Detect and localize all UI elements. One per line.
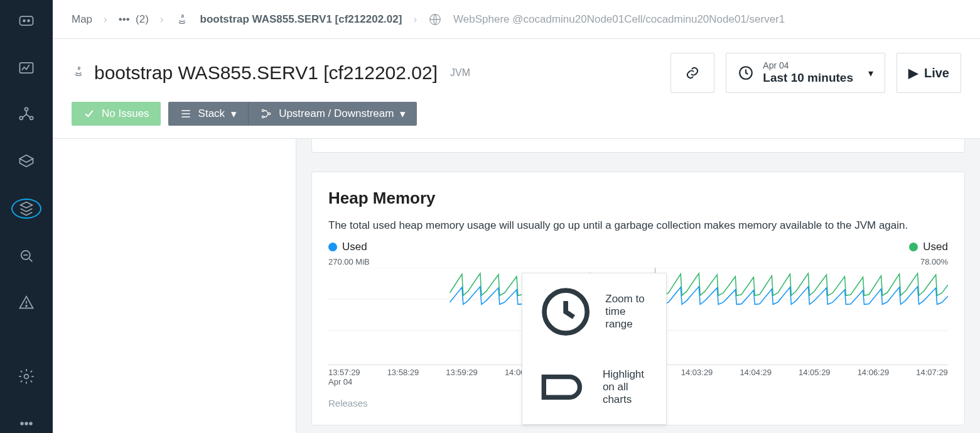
time-top: Apr 04 [763, 60, 853, 71]
chevron-down-icon: ▾ [868, 67, 873, 79]
upstream-downstream-dropdown[interactable]: Upstream / Downstream ▾ [248, 102, 417, 126]
page-header: bootstrap WAS855.SERV1 [cf212202.02] JVM… [53, 39, 980, 93]
menu-zoom-time-range[interactable]: Zoom to time range [522, 273, 666, 350]
crumb-tail: WebSphere @cocadminu20Node01Cell/cocadmi… [453, 13, 785, 26]
page-subtag: JVM [450, 67, 470, 79]
card-stub [311, 139, 965, 153]
legend-used-left: Used [328, 241, 367, 253]
crumb-map[interactable]: Map [72, 13, 92, 26]
svg-point-12 [30, 422, 32, 425]
svg-point-17 [268, 112, 270, 114]
nav-search-icon[interactable] [11, 246, 41, 265]
nav-topology-icon[interactable] [11, 105, 41, 124]
nav-dashboard-icon[interactable] [11, 58, 41, 77]
java-icon [72, 65, 85, 81]
svg-point-11 [25, 422, 28, 425]
y-axis-left: 270.00 MiB [328, 257, 370, 266]
card-title: Heap Memory [328, 189, 948, 208]
breadcrumb: Map › ••• (2) › bootstrap WAS855.SERV1 [… [53, 0, 980, 39]
time-bottom: Last 10 minutes [763, 71, 853, 85]
nav-home-icon[interactable] [11, 11, 41, 30]
card-description: The total used heap memory usage will us… [328, 219, 948, 232]
y-axis-right: 78.00% [920, 257, 948, 266]
nav-more-icon[interactable] [11, 414, 41, 433]
svg-rect-0 [20, 16, 33, 25]
right-panel: Heap Memory The total used heap memory u… [296, 139, 980, 433]
svg-point-1 [23, 20, 25, 22]
svg-point-6 [30, 116, 33, 119]
crumb-ellipsis[interactable]: ••• (2) [119, 13, 149, 26]
no-issues-pill[interactable]: No Issues [72, 102, 161, 126]
svg-point-15 [262, 109, 264, 111]
globe-icon [428, 13, 442, 26]
toolbar: No Issues Stack ▾ Upstream / Downstream … [53, 93, 980, 139]
svg-point-4 [24, 107, 28, 111]
link-button[interactable] [670, 53, 714, 93]
crumb-item[interactable]: bootstrap WAS855.SERV1 [cf212202.02] [200, 13, 402, 26]
legend-used-right: Used [909, 241, 948, 253]
time-range-picker[interactable]: Apr 04 Last 10 minutes ▾ [726, 53, 885, 93]
nav-alert-icon[interactable] [11, 293, 41, 312]
svg-rect-3 [20, 62, 33, 72]
chevron-down-icon: ▾ [400, 107, 406, 121]
svg-point-5 [19, 116, 23, 119]
stack-dropdown[interactable]: Stack ▾ [168, 102, 249, 126]
svg-point-8 [26, 305, 27, 307]
chevron-right-icon: › [160, 13, 164, 26]
nav-settings-icon[interactable] [11, 367, 41, 386]
java-icon [175, 13, 189, 26]
heap-memory-card: Heap Memory The total used heap memory u… [311, 172, 965, 425]
dot-icon [328, 243, 337, 251]
svg-point-2 [28, 20, 30, 22]
left-panel [53, 139, 296, 433]
heap-chart[interactable]: Zoom to time range Highlight on all char… [328, 268, 948, 362]
chevron-right-icon: › [104, 13, 107, 26]
play-icon: ▶ [908, 65, 918, 80]
nav-inbox-icon[interactable] [11, 151, 41, 170]
svg-point-16 [262, 116, 264, 118]
svg-point-10 [21, 422, 23, 425]
live-button[interactable]: ▶ Live [897, 53, 961, 93]
page-title: bootstrap WAS855.SERV1 [cf212202.02] [94, 62, 438, 84]
menu-highlight-all[interactable]: Highlight on all charts [522, 350, 666, 424]
chevron-right-icon: › [413, 13, 417, 26]
svg-point-9 [24, 375, 29, 379]
nav-stack-icon[interactable] [11, 199, 41, 219]
dot-icon [909, 243, 918, 251]
side-nav [0, 0, 53, 433]
chart-context-menu: Zoom to time range Highlight on all char… [522, 273, 667, 425]
chevron-down-icon: ▾ [231, 107, 237, 121]
